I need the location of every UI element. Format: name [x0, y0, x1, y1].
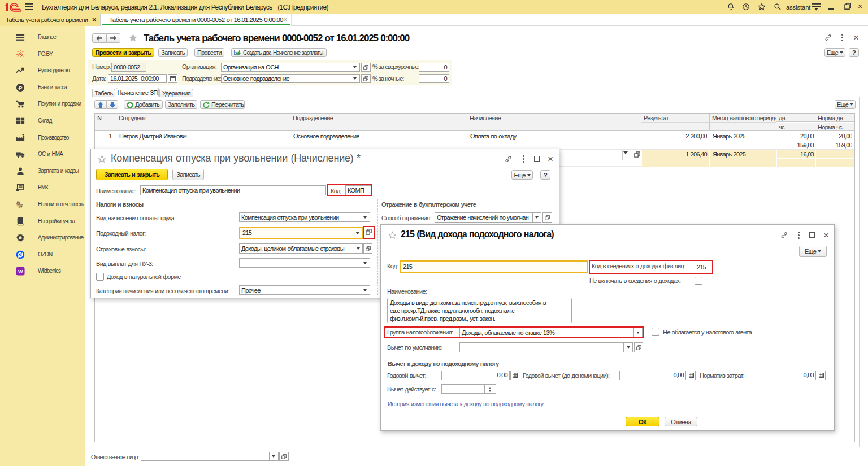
- svg-text:W: W: [18, 269, 23, 275]
- svg-text:Ат: Ат: [16, 201, 21, 204]
- svg-text:Кт: Кт: [18, 205, 22, 209]
